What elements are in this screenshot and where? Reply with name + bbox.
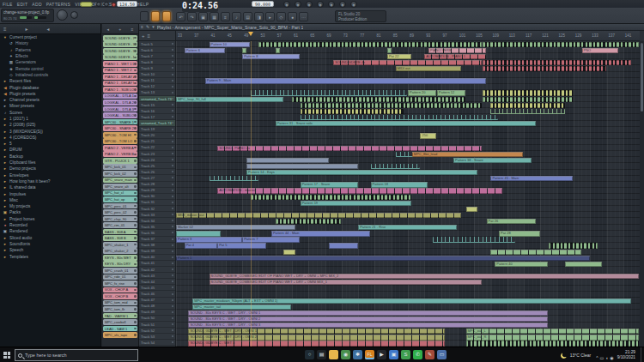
playlist-clip[interactable] [433,237,515,242]
track-mute-led[interactable] [172,214,173,215]
track-header[interactable]: Track 35 [139,224,175,230]
channel-button[interactable]: MPC_tom_flr [103,306,137,312]
playlist-clip[interactable] [466,341,640,346]
playlist-clip[interactable]: Pat 26 [487,219,536,224]
browser-item-templates[interactable]: ▸Templates [0,253,100,259]
track-header[interactable]: Track 43 [139,273,175,279]
track-mute-led[interactable] [172,165,173,166]
channel-button[interactable]: MPC_rim_01 [103,222,137,228]
wait-icon[interactable]: ◉ [295,1,301,8]
channel-button[interactable]: MPC_hat_op [103,196,137,202]
playlist-grid[interactable]: Pattern 10Pattern 6PIANO VERBPNOPattern … [176,41,640,347]
channel-button[interactable]: SOUND GDBYE - WET 1 [103,35,137,41]
track-header[interactable]: Track 33 [139,212,175,218]
track-mute-led[interactable] [172,311,173,313]
channel-button[interactable]: PIANO 2 - VERB A [103,145,137,151]
track-header[interactable]: Track 28 [139,182,175,188]
track-mute-led[interactable] [172,184,173,185]
playlist-clip[interactable] [276,48,280,53]
track-header[interactable]: Track 13 [139,90,175,96]
channel-button[interactable]: MPC_snare_main [103,178,137,184]
playlist-clip[interactable]: Pattern 40 [495,262,548,267]
playlist-clip[interactable] [301,109,404,114]
playlist-clip[interactable]: PIANO VERB [428,48,486,53]
metronome-icon[interactable]: ◉ [283,1,290,8]
playlist-clip[interactable]: Pattern 20 [408,90,436,95]
tray-network-icon[interactable]: ▭ [600,355,605,360]
channel-mute-led[interactable] [134,302,137,305]
track-header[interactable]: Track 11 [139,78,175,84]
browser-item-initialized-controls[interactable]: ◇Initialized controls [0,72,100,78]
playlist-clip[interactable]: Pat 4 [185,243,217,248]
cortana-icon[interactable]: ○ [305,350,314,359]
playlist-clip[interactable]: MPC_out_R [466,335,640,340]
track-mute-led[interactable] [172,305,173,307]
browser-item-plugin-database[interactable]: ◀Plugin database [0,84,100,90]
track-header[interactable]: Track 7 [139,53,175,59]
channel-button[interactable]: PIANO 1 - DELAY A [103,74,137,80]
tray-chevron-icon[interactable]: ^ [596,355,598,360]
channel-mute-led[interactable] [134,88,137,91]
channel-mute-led[interactable] [134,308,137,311]
playlist-clip[interactable] [301,115,499,120]
playlist-clip[interactable]: Pattern 31 - Snare solo [276,121,536,126]
track-mute-led[interactable] [172,196,173,197]
track-mute-led[interactable] [172,190,173,191]
track-header[interactable]: Track 32 [139,206,175,212]
track-mute-led[interactable] [172,281,173,282]
track-header[interactable]: Track 20 [139,133,175,139]
browser-tab-back-icon[interactable]: ◂ [47,26,50,32]
swing-knob[interactable] [104,2,109,7]
playlist-clip[interactable] [490,250,580,255]
playlist-clip[interactable] [387,48,392,53]
channel-button[interactable]: KEYS - 80s DRY [103,261,137,267]
channel-button[interactable]: SOUND GDBYE - DRY [103,54,137,60]
playlist-clip[interactable]: Marker 02 [176,225,295,230]
channel-mute-led[interactable] [134,244,137,246]
channel-button[interactable]: SOUND GDBYE - WET 3 [103,48,137,54]
track-mute-led[interactable] [172,74,173,75]
track-header[interactable]: Track 19 [139,127,175,133]
playlist-clip[interactable]: SOUND - GDBYE C - WET 3 [188,341,444,346]
channel-mute-led[interactable] [134,328,137,330]
playlist-clip[interactable]: AUTOMATION - PIANO 1 [424,54,486,59]
playlist-clip[interactable]: Pattern 38 - Snare [453,158,532,163]
track-header[interactable]: Track 34 [139,218,175,224]
playlist-clip[interactable]: Pattern 9 - Main [205,78,486,83]
start-button[interactable] [3,352,10,359]
master-pitch-knob[interactable] [70,11,78,19]
playlist-clip[interactable]: MPC_master_mixdown_90bpm (ALT + EXT + OM… [192,299,630,304]
track-header[interactable]: Track 23 [139,151,175,157]
piano-roll-icon[interactable]: ♪ [232,12,241,21]
track-header[interactable]: Track 22 [139,145,175,151]
playlist-clip[interactable] [251,195,411,200]
video-app-icon[interactable]: ▶ [377,350,386,359]
track-mute-led[interactable] [172,202,173,203]
track-mute-led[interactable] [172,49,173,51]
browser-item-2-2008-025-[interactable]: ▸2 (2008) (025) [0,122,100,128]
channel-button[interactable]: SOUND GDBYE - WET 2 [103,41,137,47]
channel-mute-led[interactable] [134,231,137,233]
channel-mute-led[interactable] [134,172,137,175]
browser-item-current-project[interactable]: ▾Current project [0,34,100,40]
track-header[interactable]: Track 29 [139,188,175,194]
track-header[interactable]: Track 30 [139,194,175,200]
channel-button[interactable]: MPC_shaker_2 [103,248,137,254]
pattern-song-switch[interactable] [80,2,93,7]
playlist-clip[interactable]: Pattern 45 - Main [490,176,573,181]
browser-item-rendered[interactable]: ▣Rendered [0,228,100,234]
playlist-clip[interactable]: SOUND - 80s KEYS C - WET - DRY - OMNI 1 [188,311,548,316]
time-display[interactable]: 0:24.56 [182,0,218,12]
playlist-clip[interactable]: MPC_out_L [466,329,640,334]
channel-mute-led[interactable] [134,276,137,279]
loop-mode-button[interactable] [162,11,171,21]
channel-button[interactable]: PIANO 1 - WET 2 [103,68,137,74]
channel-mute-led[interactable] [134,198,137,201]
playlist-clip[interactable]: SOUND GDBYE 4x [333,60,482,65]
rack-menu-icon[interactable]: ≡ [131,27,133,32]
file-explorer-folder-icon[interactable] [329,350,338,359]
channel-button[interactable]: MPC_fx_rise [103,281,137,287]
playlist-clip[interactable]: Pattern 18 [371,182,428,187]
record-arm-button[interactable] [151,11,160,21]
channel-button[interactable]: MPC_snare_alt [103,184,137,190]
